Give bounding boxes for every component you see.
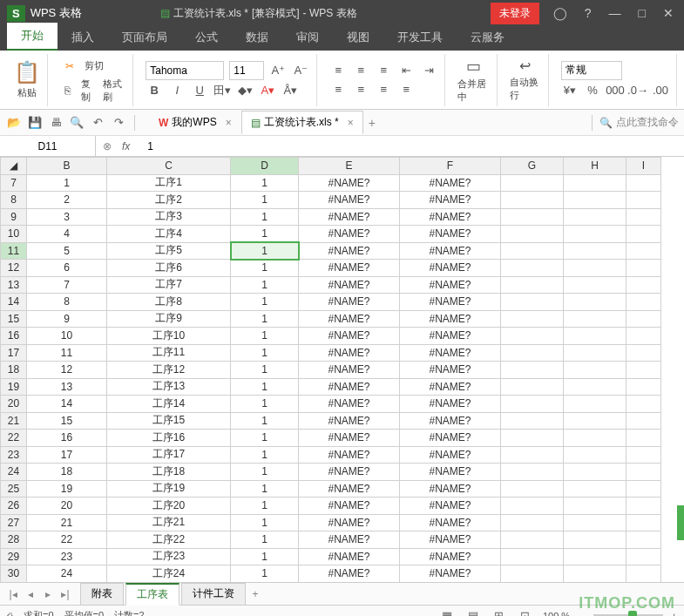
underline-button[interactable]: U <box>191 82 208 99</box>
cell[interactable] <box>564 310 626 328</box>
sheet-tab-1[interactable]: 工序表 <box>125 583 179 606</box>
menu-tab-2[interactable]: 页面布局 <box>108 24 181 51</box>
cell[interactable] <box>626 276 661 294</box>
cell[interactable] <box>501 565 564 583</box>
cell[interactable]: #NAME? <box>400 446 501 464</box>
dec-increase-icon[interactable]: .0→ <box>629 82 647 99</box>
align-bottom-icon[interactable]: ≡ <box>375 62 392 79</box>
sync-icon[interactable]: ◯ <box>550 6 571 20</box>
cell[interactable] <box>564 480 626 498</box>
font-size-select[interactable] <box>229 61 264 80</box>
cell[interactable]: #NAME? <box>400 344 501 362</box>
row-header[interactable]: 17 <box>1 344 27 362</box>
cell[interactable]: 工序17 <box>107 446 231 464</box>
cell[interactable]: #NAME? <box>299 242 400 260</box>
cell[interactable] <box>626 242 661 260</box>
cell[interactable] <box>626 498 661 515</box>
cell[interactable]: #NAME? <box>400 464 501 481</box>
zoom-in-button[interactable]: + <box>672 611 677 617</box>
cell[interactable]: #NAME? <box>400 396 501 413</box>
cell[interactable] <box>626 344 661 362</box>
cell[interactable]: 1 <box>231 294 299 311</box>
cut-icon[interactable]: ✂ <box>60 57 79 76</box>
cell[interactable]: #NAME? <box>299 548 400 565</box>
zoom-out-button[interactable]: − <box>579 611 584 617</box>
cell[interactable]: 16 <box>27 430 107 447</box>
cell[interactable]: #NAME? <box>400 565 501 583</box>
font-name-select[interactable] <box>146 61 224 80</box>
col-header-D[interactable]: D <box>231 158 299 175</box>
cell[interactable]: 18 <box>27 464 107 481</box>
cell[interactable] <box>626 446 661 464</box>
menu-tab-1[interactable]: 插入 <box>58 24 108 51</box>
cell[interactable] <box>501 531 564 549</box>
view-page-icon[interactable]: ▤ <box>464 607 482 617</box>
cell[interactable]: #NAME? <box>299 531 400 549</box>
cell[interactable]: 21 <box>27 514 107 531</box>
menu-tab-4[interactable]: 数据 <box>232 24 282 51</box>
cell[interactable]: 工序7 <box>107 276 231 294</box>
cell[interactable] <box>564 430 626 447</box>
row-header[interactable]: 11 <box>1 242 27 260</box>
open-icon[interactable]: 📂 <box>5 114 23 132</box>
cell[interactable] <box>564 328 626 345</box>
cell[interactable] <box>501 412 564 430</box>
cell[interactable] <box>564 242 626 260</box>
cell[interactable]: 工序4 <box>107 226 231 243</box>
name-box[interactable]: D11 <box>0 136 96 156</box>
cell[interactable]: #NAME? <box>299 294 400 311</box>
row-header[interactable]: 24 <box>1 464 27 481</box>
row-header[interactable]: 19 <box>1 378 27 396</box>
cell[interactable] <box>501 514 564 531</box>
cell[interactable]: #NAME? <box>400 378 501 396</box>
fill-color-icon[interactable]: ◆▾ <box>236 82 254 99</box>
fx-icon[interactable]: fx <box>117 140 135 152</box>
cell[interactable] <box>564 378 626 396</box>
cell[interactable] <box>564 446 626 464</box>
cell[interactable]: 23 <box>27 548 107 565</box>
cell[interactable]: 1 <box>231 174 299 192</box>
cell[interactable]: #NAME? <box>400 276 501 294</box>
cell[interactable]: #NAME? <box>400 208 501 226</box>
percent-icon[interactable]: % <box>584 82 601 99</box>
close-icon[interactable]: × <box>226 117 232 129</box>
cell[interactable]: 工序5 <box>107 242 231 260</box>
row-header[interactable]: 8 <box>1 192 27 209</box>
cell[interactable] <box>626 378 661 396</box>
merge-button[interactable]: 合并居中 <box>457 78 489 104</box>
cell[interactable]: 1 <box>231 514 299 531</box>
cell[interactable]: 5 <box>27 242 107 260</box>
search-icon[interactable]: 🔍 <box>599 117 613 129</box>
align-right-icon[interactable]: ≡ <box>375 81 392 98</box>
close-icon[interactable]: ✕ <box>660 6 677 20</box>
cell[interactable]: #NAME? <box>400 192 501 209</box>
cell[interactable] <box>626 464 661 481</box>
cell[interactable]: #NAME? <box>299 514 400 531</box>
indent-inc-icon[interactable]: ⇥ <box>420 62 437 79</box>
cell[interactable]: 1 <box>231 565 299 583</box>
cell[interactable]: 工序20 <box>107 498 231 515</box>
cell[interactable]: #NAME? <box>400 328 501 345</box>
view-break-icon[interactable]: ⊞ <box>491 607 508 617</box>
cell[interactable]: 6 <box>27 260 107 277</box>
col-header-G[interactable]: G <box>501 158 564 175</box>
cell[interactable]: #NAME? <box>299 310 400 328</box>
cell[interactable]: 1 <box>231 396 299 413</box>
cell[interactable] <box>501 276 564 294</box>
cell[interactable]: #NAME? <box>299 498 400 515</box>
cell[interactable]: #NAME? <box>299 344 400 362</box>
cell[interactable]: 3 <box>27 208 107 226</box>
save-icon[interactable]: 💾 <box>26 114 44 132</box>
cell[interactable]: 1 <box>231 548 299 565</box>
row-header[interactable]: 14 <box>1 294 27 311</box>
cell[interactable]: #NAME? <box>299 362 400 379</box>
cell[interactable]: 1 <box>231 464 299 481</box>
cell[interactable]: 1 <box>231 208 299 226</box>
col-header-E[interactable]: E <box>299 158 400 175</box>
minimize-icon[interactable]: — <box>606 6 625 20</box>
cell[interactable] <box>501 192 564 209</box>
prev-sheet-icon[interactable]: ◂ <box>23 588 38 600</box>
row-header[interactable]: 21 <box>1 412 27 430</box>
cell[interactable]: 4 <box>27 226 107 243</box>
row-header[interactable]: 22 <box>1 430 27 447</box>
